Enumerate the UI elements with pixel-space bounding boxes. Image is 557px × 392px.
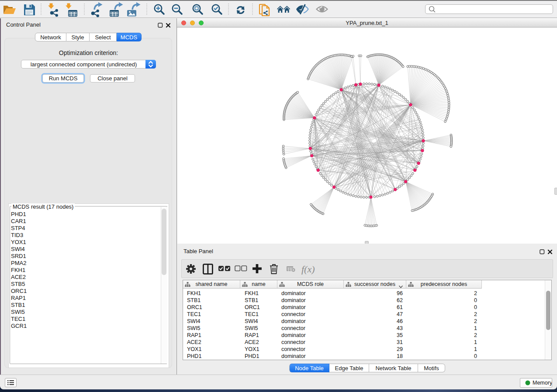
svg-text:Memory: Memory	[533, 380, 552, 386]
svg-text:f(x): f(x)	[301, 264, 315, 275]
